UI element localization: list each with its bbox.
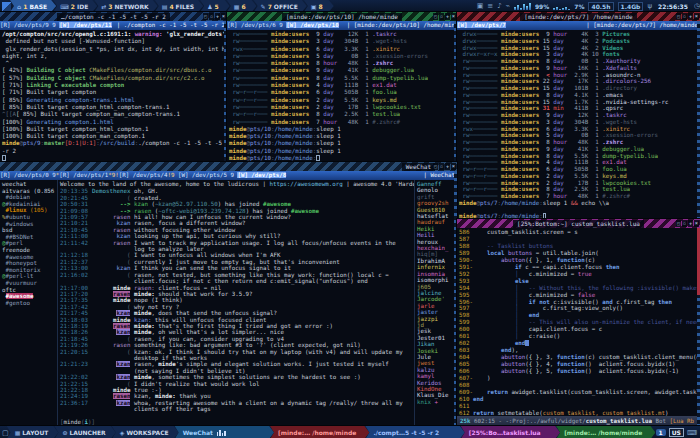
tray-icon-1[interactable]: ≡ <box>487 2 493 10</box>
window-sticky-icon[interactable]: ✚ <box>688 220 693 227</box>
code-line: 590- abutton({ }, 1, function(c) <box>459 257 700 264</box>
window-title: [minde:/dev/pts/10] /home/minde <box>282 13 402 21</box>
tag-8[interactable]: ▣8 <box>304 0 334 12</box>
window-filelist-terminal[interactable]: [minde:/dev/pts/10] /home/minde ◰▫✚✖ [R]… <box>227 12 457 162</box>
screen-badge: 1 <box>656 429 666 436</box>
menu-launcher[interactable]: ⊙LAUNCHER <box>54 426 115 438</box>
file-row: drwx────── minde:users 15 day 4K 2 Podca… <box>459 38 700 45</box>
tag-3-network[interactable]: ⇄3NETWORK <box>94 0 157 12</box>
file-row: rw──────── minde:users 2 day 17B 1 lwpco… <box>459 180 700 187</box>
clock-icon[interactable]: ◷ <box>694 2 700 10</box>
keyboard-layout-indicator[interactable]: US <box>669 428 684 437</box>
titlebar[interactable]: [minde:/dev/pts/7] /home/minde ◰▫✚✖ <box>457 12 700 21</box>
terminal-line: eight, int z, <box>2 53 227 60</box>
terminal-content[interactable]: drwx────── minde:users 9 hour 4K 3 Pictu… <box>457 30 700 220</box>
tag-7-office[interactable]: ✎7OFFICE <box>254 0 307 12</box>
window-maximize-icon[interactable]: ▫ <box>439 13 444 20</box>
file-row: rw─r──r─── minde:users 2 day 5.5K 1 keys… <box>229 97 457 104</box>
file-row: rw──────── minde:users 9 day 12K 1 .task… <box>459 112 700 119</box>
window-close-icon[interactable]: ✖ <box>221 13 226 20</box>
window-float-icon[interactable]: ◰ <box>433 163 438 170</box>
window-weechat[interactable]: WeeChat ◰▫✚✖ [R] /dev/pts/0 9*[R] /dev/p… <box>0 162 457 425</box>
tag-1-base[interactable]: ⌂1BASE <box>10 0 56 12</box>
weechat-nicklist[interactable]: GanneffGenologriftgroovy2shGuest810hatse… <box>414 180 457 425</box>
window-maximize-icon[interactable]: ▫ <box>682 13 687 20</box>
menu-layout[interactable]: ▦LAYOUT <box>7 426 59 438</box>
tmux-statusbar: [W] /dev/pts/7| [minde:/dev/pts/7] /home… <box>457 21 700 30</box>
task-item[interactable]: [minde:… /home/minde <box>556 426 655 438</box>
window-float-icon[interactable]: ◰ <box>676 13 681 20</box>
titlebar[interactable]: [minde:/dev/pts/10] /home/minde ◰▫✚✖ <box>227 12 457 21</box>
code-line: 610 end <box>459 396 700 403</box>
window-sticky-icon[interactable]: ✚ <box>445 163 450 170</box>
buffer-item: bsd <box>2 227 57 234</box>
tag-5[interactable]: ♟5 <box>200 0 230 12</box>
window-float-icon[interactable]: ◰ <box>433 13 438 20</box>
file-row: rw─r──r─── minde:users 8 day 2.5K 1 test… <box>229 111 457 118</box>
window-buttons: ◰▫✚✖ <box>433 162 456 171</box>
code-line: 591- if c == capi.client.focus then <box>459 264 700 271</box>
weechat-buffer-list[interactable]: weechataitvaras (0.856 #debian@#kedainia… <box>0 180 58 425</box>
tray-icon-2[interactable]: ♪ <box>497 2 501 10</box>
code-line: 601 │ c:raise() <box>459 333 700 340</box>
menu-workspace[interactable]: ◈WORKSPACE <box>112 426 179 438</box>
window-vim-editor[interactable]: [25%:Bottom:~] custom_tasklist.lua ◰▫✚✖ … <box>457 219 700 425</box>
file-row: rw─r──r─── minde:users 6 day 505B 1 foo.… <box>229 89 457 96</box>
task-item[interactable]: [25%:Bo…tasklist.lua <box>461 426 560 438</box>
window-sticky-icon[interactable]: ✚ <box>215 13 220 20</box>
editor-content[interactable]: 586 custom_tasklist.screen = s587 588 --… <box>457 228 700 417</box>
buffer-item: #monitorix <box>2 267 57 274</box>
window-float-icon[interactable]: ◰ <box>203 13 208 20</box>
cpu-gauge-icon <box>514 2 531 10</box>
clock: 22:56:35 <box>658 3 688 10</box>
layout-icon: ▦ <box>15 429 21 436</box>
task-item[interactable]: [minde:… /home/minde <box>270 426 369 438</box>
file-row: drwx────── minde:users 15 day 4K 2 Video… <box>459 45 700 52</box>
tray-icon-0[interactable]: ▣ <box>477 2 484 10</box>
window-sticky-icon[interactable]: ✚ <box>688 13 693 20</box>
window-buttons: ◰▫✚✖ <box>433 12 456 21</box>
window-close-icon[interactable]: ✖ <box>451 13 456 20</box>
awesome-logo-icon[interactable] <box>2 2 11 11</box>
terminal-content[interactable]: rw──────── minde:users 9 day 12K 1 .task… <box>227 30 457 162</box>
tray-icon-3[interactable]: ⌁ <box>506 2 510 10</box>
terminal-line: [ 42%] Building C object CMakeFiles/comp… <box>2 67 227 74</box>
tag-icon: ▣ <box>311 3 317 10</box>
window-compton-terminal[interactable]: …/compton -c -1 -5 -t -5 -r 2 ◰▫✚✖ [R] /… <box>0 12 227 162</box>
tag-4-files[interactable]: ▤4FILES <box>155 0 203 12</box>
window-close-icon[interactable]: ✖ <box>694 220 699 227</box>
code-line: 611 <box>459 403 700 410</box>
layout-icon[interactable]: ▢ <box>2 429 9 437</box>
task-item[interactable]: WeeChat <box>175 426 274 438</box>
shell-prompt: minde@pts/10:/home/minde:sleep 1 <box>229 133 457 140</box>
file-row: rw──────── minde:users 8 day 0B 1 .Xauth… <box>459 58 700 65</box>
tag-icon: ✎ <box>261 3 266 10</box>
window-close-icon[interactable]: ✖ <box>451 163 456 170</box>
window-maximize-icon[interactable]: ▫ <box>439 163 444 170</box>
code-line: 589 local buttons = util.table.join( <box>459 250 700 257</box>
task-focus-bars-icon <box>217 429 226 436</box>
window-sticky-icon[interactable]: ✚ <box>445 13 450 20</box>
desktop: ⌂1BASE⌨2IDE⇄3NETWORK▤4FILES♟5▦6✎7OFFICE▣… <box>0 0 700 438</box>
tmux-statusbar: [R] /dev/pts/0 9*[R] /dev/pts/1*9![R] /d… <box>0 171 457 180</box>
window-float-icon[interactable]: ◰ <box>676 220 681 227</box>
tag-6[interactable]: ▦6 <box>227 0 257 12</box>
titlebar[interactable]: [25%:Bottom:~] custom_tasklist.lua ◰▫✚✖ <box>457 219 700 228</box>
window-home-terminal[interactable]: [minde:/dev/pts/7] /home/minde ◰▫✚✖ [W] … <box>457 12 700 219</box>
weechat-input[interactable]: [minde(i)] <box>58 418 414 425</box>
buffer-item: %#ubuntu <box>2 214 57 221</box>
code-line: 603 end), <box>459 347 700 354</box>
titlebar[interactable]: …/compton -c -1 -5 -t -5 -r 2 ◰▫✚✖ <box>0 12 227 21</box>
weechat-chat-log[interactable]: 20:13:35 Demosthenex oh, GH.20:21:45 ( c… <box>58 187 414 417</box>
file-row: drwx────── minde:users 9 hour 4K 3 Pictu… <box>459 31 700 38</box>
window-close-icon[interactable]: ✖ <box>694 13 699 20</box>
window-maximize-icon[interactable]: ▫ <box>209 13 214 20</box>
terminal-content[interactable]: /opt/compton/src/src/opengl.c:1691:1: wa… <box>0 30 227 162</box>
window-maximize-icon[interactable]: ▫ <box>682 220 687 227</box>
titlebar[interactable]: WeeChat ◰▫✚✖ <box>0 162 457 171</box>
buffer-item: #windows <box>2 221 57 228</box>
tag-2-ide[interactable]: ⌨2IDE <box>53 0 97 12</box>
tmux-statusbar: [R] /dev/pts/9 9 [W] /dev/pts/11| ./comp… <box>0 21 227 30</box>
terminal-line: [100%] Built target compton_man_compton.… <box>2 133 227 140</box>
task-item[interactable]: ./compt…5 -t -5 -r 2 <box>365 426 464 438</box>
